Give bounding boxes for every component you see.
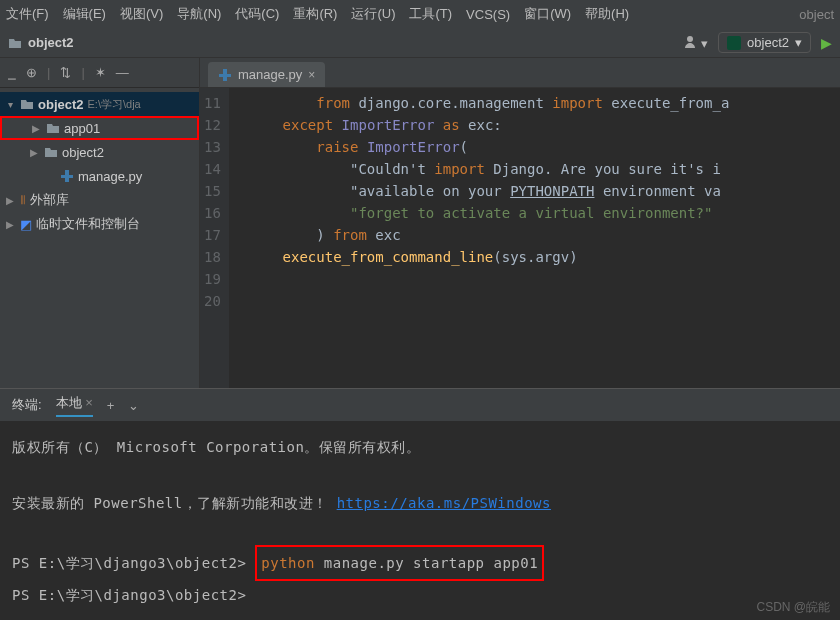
- chevron-down-icon[interactable]: ▾: [4, 99, 16, 110]
- tree-item-label: 临时文件和控制台: [36, 215, 140, 233]
- tree-item-object2[interactable]: ▶ object2: [0, 140, 199, 164]
- terminal-prompt: PS E:\学习\django3\object2>: [12, 555, 246, 571]
- watermark: CSDN @皖能: [756, 599, 830, 616]
- menu-edit[interactable]: 编辑(E): [63, 5, 106, 23]
- project-tree: ▾ object2 E:\学习\dja ▶ app01 ▶ object2 ma…: [0, 88, 199, 240]
- chevron-right-icon[interactable]: ▶: [4, 195, 16, 206]
- chevron-right-icon[interactable]: ▶: [4, 219, 16, 230]
- tree-item-label: object2: [62, 145, 104, 160]
- tree-external-libs[interactable]: ▶ ⫴ 外部库: [0, 188, 199, 212]
- chevron-down-icon: ▾: [795, 35, 802, 50]
- terminal-line: 版权所有（C） Microsoft Corporation。保留所有权利。: [12, 433, 828, 461]
- user-icon[interactable]: ▾: [683, 34, 708, 51]
- navbar: object2 ▾ object2 ▾ ▶: [0, 28, 840, 58]
- tree-item-app01[interactable]: ▶ app01: [0, 116, 199, 140]
- menu-file[interactable]: 文件(F): [6, 5, 49, 23]
- menu-refactor[interactable]: 重构(R): [293, 5, 337, 23]
- folder-icon: [20, 97, 34, 111]
- project-sidebar: ⎯ ⊕ | ⇅ | ✶ — ▾ object2 E:\学习\dja ▶ app0…: [0, 58, 200, 388]
- menu-view[interactable]: 视图(V): [120, 5, 163, 23]
- tree-item-manage-py[interactable]: manage.py: [0, 164, 199, 188]
- chevron-right-icon[interactable]: ▶: [28, 147, 40, 158]
- breadcrumb[interactable]: object2: [8, 35, 74, 50]
- menu-window[interactable]: 窗口(W): [524, 5, 571, 23]
- menu-right-text: object: [799, 7, 834, 22]
- terminal-line: 安装最新的 PowerShell，了解新功能和改进！ https://aka.m…: [12, 489, 828, 517]
- django-icon: [727, 36, 741, 50]
- tree-scratches[interactable]: ▶ ◩ 临时文件和控制台: [0, 212, 199, 236]
- tree-item-label: manage.py: [78, 169, 142, 184]
- breadcrumb-project: object2: [28, 35, 74, 50]
- menu-run[interactable]: 运行(U): [351, 5, 395, 23]
- folder-icon: [8, 36, 22, 50]
- close-icon[interactable]: ×: [85, 395, 93, 410]
- menu-nav[interactable]: 导航(N): [177, 5, 221, 23]
- editor: manage.py × 11121314151617181920 from dj…: [200, 58, 840, 388]
- run-button[interactable]: ▶: [821, 35, 832, 51]
- line-gutter: 11121314151617181920: [200, 88, 229, 388]
- sidebar-toolbar: ⎯ ⊕ | ⇅ | ✶ —: [0, 58, 199, 88]
- tab-filename: manage.py: [238, 67, 302, 82]
- close-icon[interactable]: ×: [308, 68, 315, 82]
- tree-root[interactable]: ▾ object2 E:\学习\dja: [0, 92, 199, 116]
- ps-link[interactable]: https://aka.ms/PSWindows: [337, 495, 551, 511]
- terminal-tab-local[interactable]: 本地 ×: [56, 394, 93, 417]
- folder-icon: [46, 121, 60, 135]
- svg-rect-1: [727, 36, 741, 50]
- run-config-selector[interactable]: object2 ▾: [718, 32, 811, 53]
- add-terminal-button[interactable]: +: [107, 398, 115, 413]
- terminal-cmd-args: manage.py startapp app01: [315, 555, 538, 571]
- terminal-title: 终端:: [12, 396, 42, 414]
- target-icon[interactable]: ⊕: [26, 65, 37, 80]
- collapse-icon[interactable]: —: [116, 65, 129, 80]
- menu-help[interactable]: 帮助(H): [585, 5, 629, 23]
- gear-icon[interactable]: ✶: [95, 65, 106, 80]
- scratch-icon: ◩: [20, 217, 32, 232]
- terminal-panel: 终端: 本地 × + ⌄ 版权所有（C） Microsoft Corporati…: [0, 388, 840, 620]
- svg-point-0: [687, 36, 693, 42]
- tree-root-path: E:\学习\dja: [88, 97, 141, 112]
- code-area[interactable]: 11121314151617181920 from django.core.ma…: [200, 88, 840, 388]
- editor-tabs: manage.py ×: [200, 58, 840, 88]
- editor-tab-manage-py[interactable]: manage.py ×: [208, 62, 325, 87]
- python-icon: [60, 169, 74, 183]
- menu-tools[interactable]: 工具(T): [409, 5, 452, 23]
- menu-bar: 文件(F) 编辑(E) 视图(V) 导航(N) 代码(C) 重构(R) 运行(U…: [0, 0, 840, 28]
- terminal-tabs: 终端: 本地 × + ⌄: [0, 389, 840, 421]
- python-icon: [218, 68, 232, 82]
- terminal-prompt-line: PS E:\学习\django3\object2>: [12, 581, 828, 609]
- divider-icon: |: [47, 65, 50, 80]
- chevron-right-icon[interactable]: ▶: [30, 123, 42, 134]
- code-content[interactable]: from django.core.management import execu…: [229, 88, 729, 388]
- dropdown-icon[interactable]: ⌄: [128, 398, 139, 413]
- menu-vcs[interactable]: VCS(S): [466, 7, 510, 22]
- tree-item-label: 外部库: [30, 191, 69, 209]
- menu-code[interactable]: 代码(C): [235, 5, 279, 23]
- tree-item-label: app01: [64, 121, 100, 136]
- divider-icon: |: [81, 65, 84, 80]
- terminal-cmd-python: python: [261, 555, 315, 571]
- folder-icon: [44, 145, 58, 159]
- terminal-command-line: PS E:\学习\django3\object2> python manage.…: [12, 545, 828, 581]
- expand-icon[interactable]: ⇅: [60, 65, 71, 80]
- libraries-icon: ⫴: [20, 192, 26, 208]
- terminal-output[interactable]: 版权所有（C） Microsoft Corporation。保留所有权利。 安装…: [0, 421, 840, 620]
- tree-root-name: object2: [38, 97, 84, 112]
- run-config-name: object2: [747, 35, 789, 50]
- sidebar-toggle-icon[interactable]: ⎯: [8, 65, 16, 80]
